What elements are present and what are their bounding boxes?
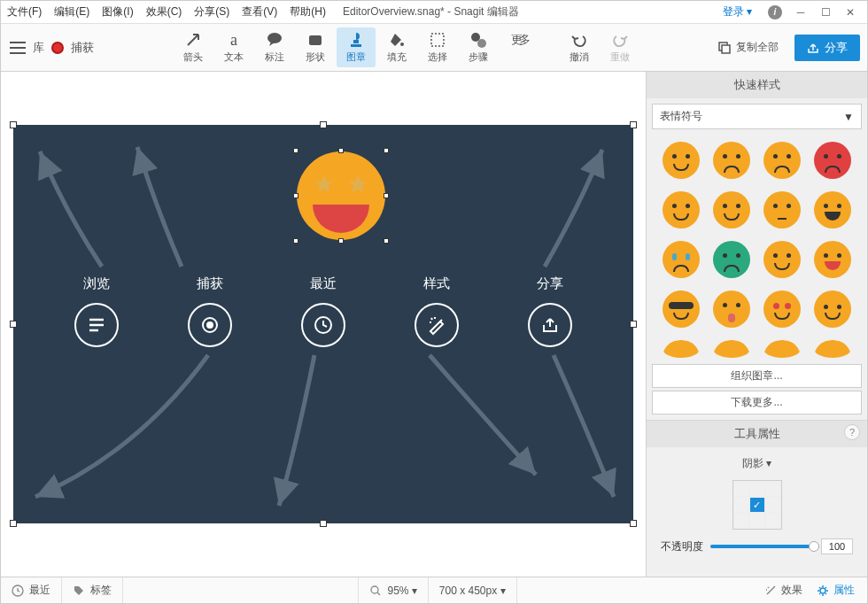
emoji-item[interactable] [713, 191, 750, 228]
svg-point-2 [400, 43, 404, 46]
svg-point-13 [820, 588, 825, 593]
emoji-item[interactable] [763, 191, 801, 228]
canvas-item-styles: 样式 [415, 275, 459, 347]
tool-text[interactable]: a文本 [214, 27, 253, 67]
titlebar: 文件(F) 编辑(E) 图像(I) 效果(C) 分享(S) 查看(V) 帮助(H… [1, 1, 867, 24]
record-icon[interactable] [51, 42, 64, 54]
shadow-picker[interactable]: ✓ [732, 480, 782, 530]
opacity-slider[interactable] [710, 545, 814, 548]
svg-point-12 [371, 586, 378, 593]
right-panel: 快速样式 表情符号▼ [646, 72, 867, 577]
help-icon[interactable]: ? [844, 424, 860, 440]
sb-zoom[interactable]: 95% ▾ [359, 577, 428, 603]
toolbar: 库 捕获 箭头 a文本 标注 形状 图章 填充 选择 步骤 更多更多 撤消 重做… [1, 24, 867, 72]
emoji-item[interactable] [663, 191, 700, 228]
tool-redo[interactable]: 重做 [601, 27, 639, 67]
close-button[interactable]: ✕ [844, 6, 856, 19]
menu-view[interactable]: 查看(V) [236, 1, 283, 23]
svg-point-0 [267, 33, 282, 43]
tool-more[interactable]: 更多更多 [500, 27, 539, 67]
emoji-item[interactable] [763, 142, 801, 179]
copy-icon [717, 41, 732, 55]
sb-recent[interactable]: 最近 [1, 577, 62, 603]
tool-fill[interactable]: 填充 [377, 27, 416, 67]
emoji-item[interactable] [713, 241, 750, 278]
info-icon[interactable]: i [768, 5, 782, 19]
menu-help[interactable]: 帮助(H) [283, 1, 332, 23]
organize-stamps-button[interactable]: 组织图章... [652, 364, 862, 388]
menu-share[interactable]: 分享(S) [188, 1, 236, 23]
capture-label[interactable]: 捕获 [71, 40, 94, 56]
statusbar: 最近 标签 95% ▾ 700 x 450px ▾ 效果 属性 [1, 577, 867, 603]
canvas-items: 浏览 捕获 最近 样式 分享 [13, 275, 633, 347]
emoji-item[interactable] [663, 241, 700, 278]
tool-undo[interactable]: 撤消 [560, 27, 599, 67]
emoji-item[interactable] [663, 142, 700, 179]
emoji-item-partial[interactable] [814, 340, 851, 358]
chevron-down-icon: ▼ [843, 111, 854, 123]
emoji-item[interactable] [763, 241, 801, 278]
emoji-item[interactable] [713, 142, 750, 179]
emoji-item[interactable] [763, 290, 801, 328]
emoji-item-partial[interactable] [713, 340, 750, 358]
tools-group: 箭头 a文本 标注 形状 图章 填充 选择 步骤 更多更多 撤消 重做 [174, 24, 639, 71]
shadow-label: 阴影 ▾ [742, 456, 771, 471]
hamburger-icon[interactable] [10, 42, 26, 54]
tool-callout[interactable]: 标注 [255, 27, 294, 67]
share-icon [807, 42, 819, 54]
menu-edit[interactable]: 编辑(E) [48, 1, 96, 23]
quick-styles-header: 快速样式 [647, 72, 867, 98]
emoji-item[interactable] [814, 191, 851, 228]
wand-icon [764, 585, 777, 597]
menu-file[interactable]: 文件(F) [1, 1, 48, 23]
download-more-button[interactable]: 下载更多... [652, 391, 862, 414]
stamp-instance[interactable] [297, 151, 385, 240]
sb-tags[interactable]: 标签 [62, 577, 123, 603]
svg-rect-7 [722, 45, 730, 53]
emoji-item[interactable] [814, 241, 851, 278]
window-title: EditorOverview.snag* - Snagit 编辑器 [332, 4, 712, 19]
tool-arrow[interactable]: 箭头 [174, 27, 213, 67]
canvas-item-recent: 最近 [301, 275, 345, 347]
emoji-item[interactable] [814, 290, 851, 328]
canvas-item-share: 分享 [528, 275, 572, 347]
svg-rect-3 [431, 34, 444, 46]
gear-icon [817, 585, 829, 597]
emoji-item-partial[interactable] [763, 340, 801, 358]
menubar: 文件(F) 编辑(E) 图像(I) 效果(C) 分享(S) 查看(V) 帮助(H… [1, 1, 332, 23]
tag-icon [73, 585, 85, 597]
opacity-value[interactable]: 100 [821, 538, 853, 554]
canvas-item-capture: 捕获 [188, 275, 232, 347]
share-button[interactable]: 分享 [794, 35, 860, 61]
emoji-item[interactable] [814, 142, 851, 179]
emoji-item[interactable] [713, 290, 750, 328]
emoji-item-partial[interactable] [663, 340, 700, 358]
sb-effects[interactable]: 效果 [764, 583, 802, 598]
canvas-item-browse: 浏览 [74, 275, 119, 347]
svg-point-5 [477, 39, 486, 48]
search-icon [369, 585, 382, 597]
tool-shape[interactable]: 形状 [296, 27, 335, 67]
minimize-button[interactable]: ─ [794, 6, 807, 19]
sb-size[interactable]: 700 x 450px ▾ [429, 577, 517, 603]
canvas[interactable]: 浏览 捕获 最近 样式 分享 [13, 125, 633, 523]
canvas-wrap[interactable]: 浏览 捕获 最近 样式 分享 [1, 72, 646, 577]
sb-properties[interactable]: 属性 [817, 583, 855, 598]
main-area: 浏览 捕获 最近 样式 分享 快速样式 [1, 72, 867, 577]
svg-point-9 [206, 321, 213, 329]
library-label[interactable]: 库 [33, 40, 44, 56]
clock-icon [12, 585, 24, 597]
emoji-grid [647, 135, 867, 361]
tool-stamp[interactable]: 图章 [337, 27, 376, 67]
stamp-category-dropdown[interactable]: 表情符号▼ [652, 104, 862, 129]
opacity-label: 不透明度 [661, 539, 703, 554]
emoji-item[interactable] [663, 290, 700, 328]
login-link[interactable]: 登录 ▾ [723, 4, 756, 19]
copy-all-button[interactable]: 复制全部 [710, 35, 786, 60]
menu-effects[interactable]: 效果(C) [140, 1, 189, 23]
menu-image[interactable]: 图像(I) [96, 1, 139, 23]
tool-properties-header: 工具属性? [647, 421, 867, 447]
tool-step[interactable]: 步骤 [459, 27, 498, 67]
tool-select[interactable]: 选择 [418, 27, 457, 67]
maximize-button[interactable]: ☐ [819, 6, 832, 19]
